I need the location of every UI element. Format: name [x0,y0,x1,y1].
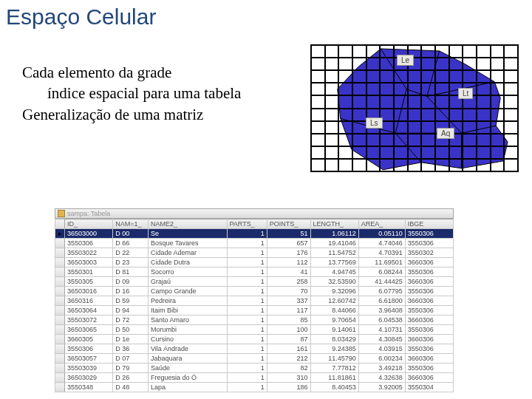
table-cell: 3.49218 [358,364,405,373]
table-cell: 1 [227,383,267,392]
table-cell: 4.30845 [358,335,405,344]
table-cell: Bosque Tavares [149,239,227,248]
table-cell: 310 [267,373,310,383]
table-cell: 4.03915 [358,344,405,354]
row-marker [55,277,65,287]
table-cell: 6.00234 [358,354,405,364]
table-row[interactable]: 3650316D 59Pedreira133712.607426.6180036… [55,296,454,306]
column-header[interactable]: PARTS_ [227,219,267,229]
table-cell: 3550306 [405,306,453,316]
table-cell: 1 [227,316,267,325]
column-header[interactable]: IBGE [405,219,453,229]
table-row[interactable]: 36503003D 23Cidade Dutra111213.7756911.6… [55,258,454,267]
table-cell: 3550304 [405,383,453,392]
row-marker [55,325,65,335]
table-cell: 51 [267,229,310,239]
table-cell: 1 [227,373,267,383]
table-cell: Cidade Dutra [149,258,227,267]
row-marker [55,316,65,325]
table-cell: 1.06112 [310,229,358,239]
table-cell: 3650316 [65,296,113,306]
table-cell: Lapa [149,383,227,392]
column-header[interactable]: AREA_ [358,219,405,229]
table-cell: Se [149,229,227,239]
table-cell: 1 [227,306,267,316]
table-row[interactable]: 36503065D 50Morumbi11009.140614.10731355… [55,325,454,335]
table-cell: Freguesia do Ó [149,373,227,383]
table-cell: 85 [267,316,310,325]
table-row[interactable]: 3550301D 81Socorro1414.947456.0824435503… [55,267,454,277]
row-marker [55,248,65,258]
table-row[interactable]: 3550306D 36Vila Andrade11619.243854.0391… [55,344,454,354]
table-cell: 36503064 [65,306,113,316]
table-row[interactable]: 36503057D 07Jabaquara121211.457906.00234… [55,354,454,364]
table-row[interactable]: 36503016D 16Campo Grande1709.320966.0779… [55,287,454,296]
table-cell: 1 [227,248,267,258]
table-cell: 82 [267,364,310,373]
table-cell: 11.81861 [310,373,358,383]
table-cell: 87 [267,335,310,344]
table-window-title: sampa: Tabela [67,210,110,217]
table-row[interactable]: 35503039D 79Saúde1827.778123.49218355030… [55,364,454,373]
table-cell: 13.77569 [310,258,358,267]
table-cell: 7.77812 [310,364,358,373]
column-header[interactable]: ID_ [65,219,113,229]
map-region-label: Lt [458,88,473,99]
table-cell: 3660306 [405,296,453,306]
row-marker [55,383,65,392]
row-marker-header [55,219,65,229]
table-row[interactable]: 35503072D 72Santo Amaro1859.706546.04538… [55,316,454,325]
table-cell: 35503022 [65,248,113,258]
row-marker [55,239,65,248]
table-cell: 6.08244 [358,267,405,277]
body-text: Cada elemento da grade índice espacial p… [22,62,241,125]
map-figure: LeLtLsAq [310,44,519,172]
table-cell: 100 [267,325,310,335]
table-cell: 9.14061 [310,325,358,335]
table-row[interactable]: 3550348D 48Lapa11868.404533.920053550304 [55,383,454,392]
table-cell: 11.69501 [358,258,405,267]
table-row[interactable]: 36503064D 94Itaim Bibi11178.440663.96408… [55,306,454,316]
table-row[interactable]: 3660305D 1eCursino1878.034294.3084536603… [55,335,454,344]
table-cell: 11.45790 [310,354,358,364]
table-cell: 70 [267,287,310,296]
table-cell: 3550348 [65,383,113,392]
table-cell: 1 [227,335,267,344]
table-row[interactable]: ▸36503000D 00Se1511.061120.051103550306 [55,229,454,239]
table-cell: 3660306 [405,316,453,325]
row-marker [55,258,65,267]
table-cell: D 59 [113,296,149,306]
table-cell: 35503039 [65,364,113,373]
table-cell: 176 [267,248,310,258]
table-row[interactable]: 3550305D 09Grajaú125832.5359041.44425366… [55,277,454,287]
table-cell: 36503003 [65,258,113,267]
table-cell: 3660306 [405,354,453,364]
table-cell: 3550306 [405,229,453,239]
table-cell: 35503072 [65,316,113,325]
table-cell: D 07 [113,354,149,364]
column-header[interactable]: LENGTH_ [310,219,358,229]
table-cell: 3.92005 [358,383,405,392]
table-cell: 4.10731 [358,325,405,335]
table-row[interactable]: 35503022D 22Cidade Ademar117611.547524.7… [55,248,454,258]
table-cell: Santo Amaro [149,316,227,325]
table-cell: 161 [267,344,310,354]
table-cell: Vila Andrade [149,344,227,354]
table-cell: 1 [227,277,267,287]
table-cell: D 66 [113,239,149,248]
column-header[interactable]: POINTS_ [267,219,310,229]
row-marker [55,373,65,383]
table-cell: Saúde [149,364,227,373]
column-header[interactable]: NAME2_ [149,219,227,229]
map-region-label: Aq [437,128,454,139]
table-cell: 36503065 [65,325,113,335]
table-cell: 1 [227,344,267,354]
column-header[interactable]: NAM=1_ [113,219,149,229]
table-cell: 6.61800 [358,296,405,306]
table-cell: 3550306 [405,325,453,335]
table-row[interactable]: 3550306D 66Bosque Tavares165719.410464.7… [55,239,454,248]
table-row[interactable]: 36503029D 26Freguesia do Ó131011.818614.… [55,373,454,383]
table-cell: 3660306 [405,373,453,383]
table-cell: D 26 [113,373,149,383]
table-cell: 8.03429 [310,335,358,344]
